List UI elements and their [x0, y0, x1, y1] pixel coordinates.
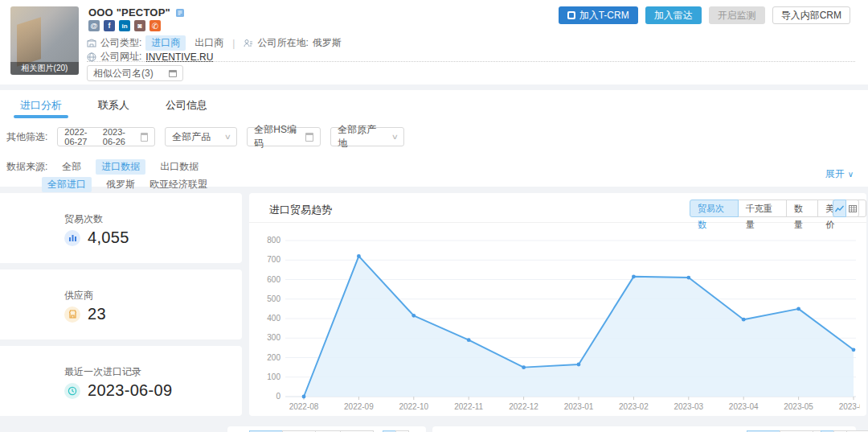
source-export-data[interactable]: 出口数据	[160, 160, 199, 174]
sub-eaeu[interactable]: 欧亚经济联盟	[149, 178, 207, 191]
other-filter-label: 其他筛选:	[6, 130, 47, 144]
metric-quantity-button[interactable]: 数量	[786, 200, 818, 217]
sub-source-row: 全部进口 俄罗斯 欧亚经济联盟	[42, 177, 207, 192]
sub-all-import[interactable]: 全部进口	[42, 177, 92, 192]
add-radar-button[interactable]: 加入雷达	[645, 6, 702, 24]
trade-count-value-row: 4,055	[64, 228, 129, 247]
calendar-icon	[141, 133, 148, 142]
start-monitor-button[interactable]: 开启监测	[709, 6, 765, 24]
bottom-left-card	[227, 426, 426, 432]
shop-icon	[64, 307, 80, 323]
building-icon	[87, 39, 96, 47]
linkedin-icon[interactable]: in	[119, 20, 130, 31]
chevron-down-icon: ∨	[848, 170, 854, 179]
exporter-option[interactable]: 出口商	[194, 36, 223, 50]
panel-icon	[305, 133, 314, 142]
import-crm-button[interactable]: 导入内部CRM	[772, 6, 850, 24]
company-name: OOO "PECTOP"	[88, 6, 170, 19]
svg-text:2023-05: 2023-05	[784, 402, 813, 411]
last-import-card: 最近一次进口记录 2023-06-09	[0, 346, 242, 416]
data-source-row: 数据来源: 全部 进口数据 出口数据	[6, 159, 199, 175]
similar-company-box[interactable]: 相似公司名(3)	[87, 65, 183, 81]
trade-count-label: 贸易次数	[64, 212, 103, 226]
metric-kg-weight-button[interactable]: 千克重量	[738, 200, 787, 217]
suppliers-label: 供应商	[64, 289, 93, 302]
svg-text:100: 100	[267, 372, 280, 381]
svg-text:0: 0	[276, 392, 280, 401]
tab-company-info[interactable]: 公司信息	[166, 90, 207, 117]
suppliers-card: 供应商 23	[0, 269, 242, 339]
svg-text:2022-09: 2022-09	[344, 402, 374, 411]
social-icons-row: @ f in ◙ ✆	[88, 20, 161, 31]
hs-code-select[interactable]: 全部HS编码	[247, 127, 321, 146]
import-trend-card: 进口贸易趋势 贸易次数 千克重量 数量 美元总价 010020030040050…	[249, 193, 866, 416]
tab-import-analysis[interactable]: 进口分析	[20, 90, 62, 117]
header-actions: 加入T-CRM 加入雷达 开启监测 导入内部CRM	[559, 6, 850, 24]
sub-russia[interactable]: 俄罗斯	[106, 178, 135, 191]
last-import-label: 最近一次进口记录	[64, 365, 141, 379]
svg-text:2023-06: 2023-06	[839, 402, 860, 411]
source-import-data[interactable]: 进口数据	[96, 159, 145, 175]
panel-icon	[169, 70, 177, 77]
trend-chart-svg[interactable]: 01002003004005006007008002022-082022-092…	[253, 228, 860, 413]
origin-select[interactable]: 全部原产地 ∨	[330, 127, 404, 146]
date-range-picker[interactable]: 2022-06-27 2023-06-26	[57, 127, 155, 146]
suppliers-number: 23	[88, 305, 106, 323]
hs-code-value: 全部HS编码	[254, 123, 298, 150]
expand-toggle[interactable]: 展开 ∨	[825, 167, 854, 181]
source-all[interactable]: 全部	[62, 160, 81, 174]
svg-text:2023-04: 2023-04	[729, 402, 759, 411]
svg-text:300: 300	[267, 333, 280, 342]
svg-text:2023-01: 2023-01	[564, 402, 594, 411]
header-dotted-divider	[87, 61, 855, 62]
suppliers-value-row: 23	[64, 305, 106, 323]
svg-text:2022-10: 2022-10	[399, 402, 428, 411]
svg-text:500: 500	[267, 294, 280, 303]
company-header: 相关图片(20) OOO "PECTOP" @ f in ◙ ✆ 公司类型: 进…	[0, 0, 868, 84]
chevron-down-icon: ∨	[391, 133, 398, 141]
chart-header: 进口贸易趋势 贸易次数 千克重量 数量 美元总价	[249, 193, 866, 223]
tab-filter-section: 进口分析 联系人 公司信息 其他筛选: 2022-06-27 2023-06-2…	[0, 90, 868, 187]
company-type-label: 公司类型:	[100, 36, 141, 50]
svg-text:2022-08: 2022-08	[289, 402, 319, 411]
instagram-icon[interactable]: ◙	[134, 20, 145, 31]
copy-icon[interactable]	[175, 8, 185, 18]
at-icon[interactable]: @	[88, 20, 100, 31]
filter-row: 其他筛选: 2022-06-27 2023-06-26 全部产品 ∨ 全部HS编…	[6, 127, 404, 146]
metric-trade-count-button[interactable]: 贸易次数	[690, 200, 739, 217]
chart-title: 进口贸易趋势	[269, 203, 332, 217]
location-value: 俄罗斯	[313, 36, 342, 50]
add-tcrm-button[interactable]: 加入T-CRM	[559, 6, 638, 24]
globe-icon	[87, 52, 96, 62]
trade-count-number: 4,055	[88, 228, 129, 247]
svg-text:200: 200	[267, 353, 280, 362]
meta-divider: |	[232, 38, 235, 49]
svg-text:2022-11: 2022-11	[454, 402, 483, 411]
clock-icon	[64, 383, 80, 399]
line-chart-icon[interactable]	[833, 200, 846, 217]
company-photo[interactable]: 相关图片(20)	[10, 6, 79, 75]
bar-chart-icon	[64, 230, 80, 246]
origin-select-value: 全部原产地	[338, 123, 385, 150]
chevron-down-icon: ∨	[223, 133, 231, 141]
table-icon[interactable]	[845, 200, 859, 217]
data-source-label: 数据来源:	[6, 160, 47, 174]
importer-chip[interactable]: 进口商	[145, 35, 186, 51]
phone-icon[interactable]: ✆	[149, 20, 161, 31]
company-name-row: OOO "PECTOP"	[88, 6, 185, 19]
svg-text:600: 600	[267, 275, 280, 284]
svg-text:2023-02: 2023-02	[619, 402, 649, 411]
tab-contacts[interactable]: 联系人	[98, 90, 129, 117]
svg-text:700: 700	[267, 255, 280, 264]
location-label: 公司所在地:	[257, 36, 308, 50]
last-import-value-row: 2023-06-09	[64, 381, 172, 400]
product-select-value: 全部产品	[172, 130, 211, 144]
product-select[interactable]: 全部产品 ∨	[165, 127, 237, 146]
facebook-icon[interactable]: f	[104, 20, 115, 31]
tcrm-icon	[567, 11, 575, 19]
company-type-row: 公司类型: 进口商 出口商 | 公司所在地: 俄罗斯	[87, 35, 342, 51]
date-start: 2022-06-27	[64, 127, 96, 146]
tabs: 进口分析 联系人 公司信息	[20, 90, 207, 117]
location-icon	[244, 39, 253, 47]
page: 相关图片(20) OOO "PECTOP" @ f in ◙ ✆ 公司类型: 进…	[0, 0, 868, 432]
